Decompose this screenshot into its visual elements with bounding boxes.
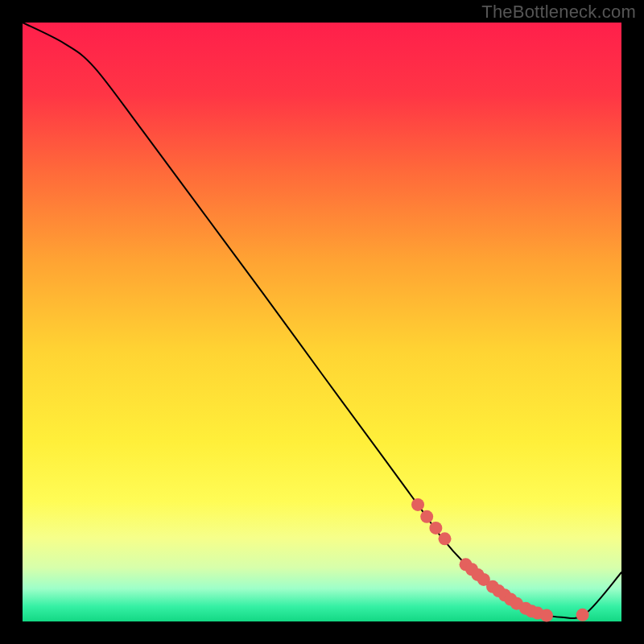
chart-background xyxy=(23,23,621,621)
curve-marker xyxy=(420,510,433,523)
curve-marker xyxy=(429,522,442,535)
chart-frame: TheBottleneck.com xyxy=(0,0,644,644)
curve-marker xyxy=(540,609,553,622)
curve-marker xyxy=(411,498,424,511)
watermark-text: TheBottleneck.com xyxy=(481,2,636,23)
bottleneck-chart xyxy=(0,0,644,644)
curve-marker xyxy=(439,532,452,545)
curve-marker xyxy=(576,609,589,621)
